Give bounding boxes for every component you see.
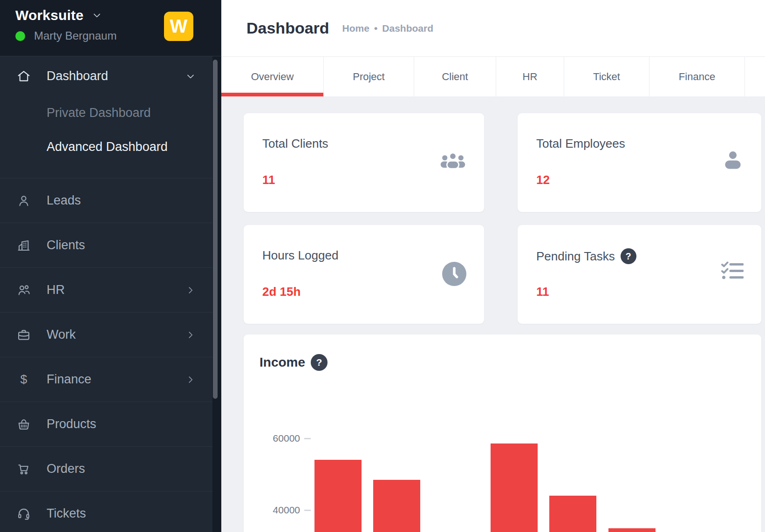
svg-text:$: $ <box>20 372 27 386</box>
help-icon[interactable]: ? <box>621 248 636 264</box>
sidebar-item-work[interactable]: Work <box>0 312 212 357</box>
y-axis-tick-mark <box>304 510 311 511</box>
sidebar-item-label: Orders <box>47 462 85 476</box>
tab-label: Finance <box>679 71 715 83</box>
pending-tasks-value: 11 <box>536 285 549 299</box>
chevron-right-icon <box>184 374 197 386</box>
sidebar-scrollbar-thumb[interactable] <box>213 60 218 399</box>
user-icon <box>16 193 31 208</box>
sidebar-item-label: Private Dashboard <box>47 106 151 120</box>
card-title: Pending Tasks ? <box>536 248 636 264</box>
app-logo: W <box>164 12 193 41</box>
card-title: Total Clients <box>262 136 328 151</box>
sidebar-item-label: Finance <box>47 372 91 387</box>
tab-finance[interactable]: Finance <box>649 57 745 96</box>
breadcrumb: Home • Dashboard <box>342 23 433 34</box>
chevron-right-icon <box>184 329 197 341</box>
tab-project[interactable]: Project <box>324 57 414 96</box>
card-title: Hours Logged <box>262 248 338 263</box>
y-axis-tick-mark <box>304 438 311 439</box>
card-title: Total Employees <box>536 136 625 151</box>
dashboard-tabs: OverviewProjectClientHRTicketFinance <box>221 56 765 96</box>
tab-label: Client <box>442 71 468 83</box>
tab-label: Project <box>353 71 384 83</box>
content: Total Clients 11 Total Employees 12 Hour… <box>221 96 765 532</box>
user-name: Marty Bergnaum <box>34 29 116 42</box>
sidebar-item-label: Tickets <box>47 506 86 521</box>
income-bar <box>373 480 420 532</box>
headset-icon <box>16 506 31 521</box>
brand-title: Worksuite <box>15 7 83 23</box>
pending-tasks-card: Pending Tasks ? 11 <box>518 225 761 324</box>
sidebar-item-label: HR <box>47 283 65 297</box>
tab-label: Overview <box>251 71 294 83</box>
app-root: Worksuite Marty Bergnaum W DashboardPriv… <box>0 0 765 532</box>
sidebar-item-leads[interactable]: Leads <box>0 178 212 223</box>
sidebar-menu: DashboardPrivate DashboardAdvanced Dashb… <box>0 56 212 532</box>
page-title: Dashboard <box>246 19 329 37</box>
breadcrumb-separator: • <box>374 23 377 34</box>
page-header: Dashboard Home • Dashboard <box>221 0 765 56</box>
sidebar-item-advanced-dashboard[interactable]: Advanced Dashboard <box>0 130 212 164</box>
cart-icon <box>16 462 31 477</box>
sidebar-item-products[interactable]: Products <box>0 402 212 446</box>
home-icon <box>16 69 31 84</box>
hours-logged-value: 2d 15h <box>262 285 301 299</box>
main-area: Dashboard Home • Dashboard OverviewProje… <box>221 0 765 532</box>
task-list-icon <box>721 261 744 281</box>
workspace-switcher[interactable]: Worksuite <box>15 7 103 23</box>
breadcrumb-home[interactable]: Home <box>342 23 369 34</box>
sidebar-item-private-dashboard[interactable]: Private Dashboard <box>0 96 212 130</box>
chevron-right-icon <box>184 284 197 296</box>
sidebar: Worksuite Marty Bergnaum W DashboardPriv… <box>0 0 221 532</box>
sidebar-item-orders[interactable]: Orders <box>0 446 212 491</box>
income-bar <box>491 443 538 532</box>
chevron-down-icon <box>91 9 103 21</box>
income-bar <box>608 528 656 532</box>
income-card: Income ? 6000040000 <box>244 334 761 532</box>
tab-overview[interactable]: Overview <box>221 57 324 96</box>
briefcase-icon <box>16 327 31 342</box>
sidebar-item-hr[interactable]: HR <box>0 267 212 312</box>
sidebar-item-dashboard[interactable]: Dashboard <box>0 56 212 96</box>
basket-icon <box>16 417 31 432</box>
card-title-text: Pending Tasks <box>536 249 615 264</box>
current-user[interactable]: Marty Bergnaum <box>15 29 116 42</box>
sidebar-item-clients[interactable]: Clients <box>0 223 212 267</box>
chevron-down-icon <box>184 70 197 82</box>
total-employees-value: 12 <box>536 173 550 187</box>
online-status-icon <box>15 31 25 41</box>
tab-ticket[interactable]: Ticket <box>564 57 649 96</box>
tab-label: Ticket <box>593 71 620 83</box>
sidebar-item-label: Advanced Dashboard <box>47 140 168 154</box>
sidebar-item-label: Clients <box>47 238 85 252</box>
sidebar-item-finance[interactable]: $Finance <box>0 357 212 402</box>
y-axis-tick-label: 60000 <box>244 433 300 444</box>
hours-logged-card: Hours Logged 2d 15h <box>244 225 484 324</box>
income-bar <box>549 496 596 532</box>
clock-icon <box>442 262 466 286</box>
total-clients-card: Total Clients 11 <box>244 113 484 212</box>
sidebar-item-tickets[interactable]: Tickets <box>0 491 212 532</box>
y-axis-tick-label: 40000 <box>244 505 300 516</box>
users-icon <box>16 283 31 298</box>
tab-hr[interactable]: HR <box>496 57 564 96</box>
tab-label: HR <box>523 71 538 83</box>
total-employees-card: Total Employees 12 <box>518 113 761 212</box>
tab-client[interactable]: Client <box>414 57 496 96</box>
dollar-icon: $ <box>16 372 31 387</box>
person-icon <box>722 150 744 171</box>
building-icon <box>16 238 31 253</box>
sidebar-item-label: Dashboard <box>47 69 108 83</box>
income-chart: 6000040000 <box>244 334 761 532</box>
total-clients-value: 11 <box>262 173 275 187</box>
breadcrumb-current: Dashboard <box>382 23 433 34</box>
income-bar <box>314 460 362 532</box>
users-group-icon <box>439 150 466 172</box>
sidebar-item-label: Work <box>47 327 76 342</box>
tab-overflow-space <box>745 57 765 96</box>
sidebar-item-label: Products <box>47 417 96 431</box>
sidebar-item-label: Leads <box>47 193 81 208</box>
